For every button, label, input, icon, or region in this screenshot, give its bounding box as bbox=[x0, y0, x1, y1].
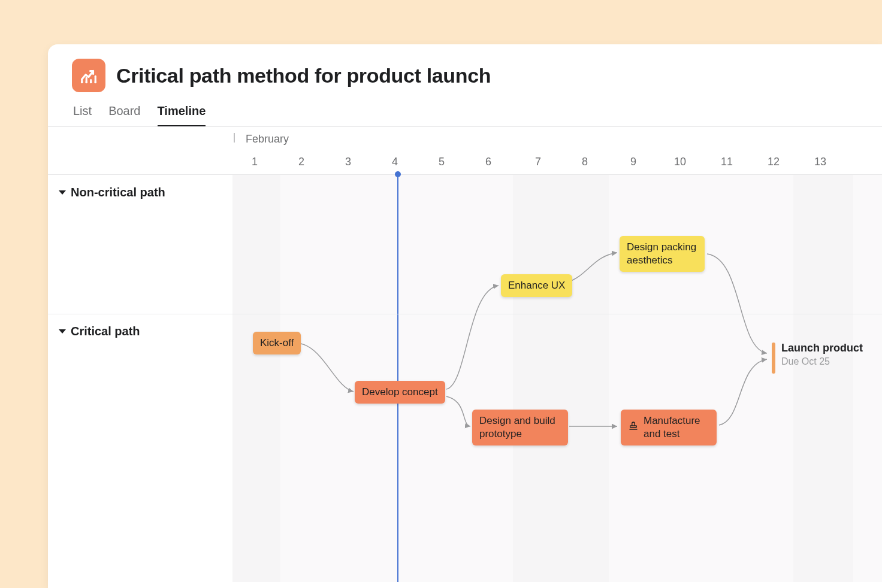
section-label: Non-critical path bbox=[71, 186, 165, 199]
weekend-shade bbox=[232, 175, 280, 582]
day-3[interactable]: 3 bbox=[345, 156, 351, 168]
day-7[interactable]: 7 bbox=[535, 156, 541, 168]
project-icon[interactable] bbox=[72, 59, 105, 92]
task-design-packing[interactable]: Design packing aesthetics bbox=[620, 236, 705, 272]
milestone-title: Launch product bbox=[781, 341, 863, 355]
project-card: Critical path method for product launch … bbox=[48, 44, 882, 588]
tab-board[interactable]: Board bbox=[108, 104, 140, 126]
title-row: Critical path method for product launch bbox=[72, 59, 858, 92]
task-label: Manufacture and test bbox=[644, 414, 709, 441]
section-non-critical[interactable]: Non-critical path bbox=[48, 186, 882, 199]
milestone-launch[interactable]: Launch product Due Oct 25 bbox=[772, 341, 863, 374]
caret-down-icon bbox=[59, 329, 66, 334]
view-tabs: List Board Timeline bbox=[72, 104, 858, 126]
stamp-icon bbox=[628, 420, 639, 435]
section-critical[interactable]: Critical path bbox=[48, 325, 882, 338]
milestone-bar bbox=[772, 343, 775, 374]
task-kickoff[interactable]: Kick-off bbox=[253, 332, 301, 354]
today-marker-line bbox=[397, 175, 398, 582]
day-12[interactable]: 12 bbox=[768, 156, 780, 168]
tab-list[interactable]: List bbox=[73, 104, 92, 126]
day-11[interactable]: 11 bbox=[721, 156, 733, 168]
day-4[interactable]: 4 bbox=[392, 156, 398, 168]
task-label: Design packing aesthetics bbox=[627, 241, 697, 267]
task-enhance-ux[interactable]: Enhance UX bbox=[501, 274, 572, 297]
section-divider bbox=[48, 314, 882, 314]
weekend-shade bbox=[793, 175, 853, 582]
day-13[interactable]: 13 bbox=[814, 156, 826, 168]
day-9[interactable]: 9 bbox=[630, 156, 636, 168]
month-tick bbox=[234, 133, 235, 143]
month-label: February bbox=[246, 133, 289, 146]
milestone-due: Due Oct 25 bbox=[781, 356, 863, 367]
timeline-header: February 1 2 3 4 5 6 7 8 9 10 11 12 13 bbox=[48, 127, 882, 175]
task-develop-concept[interactable]: Develop concept bbox=[355, 381, 445, 404]
task-manufacture-test[interactable]: Manufacture and test bbox=[621, 410, 717, 445]
weekend-shade bbox=[513, 175, 609, 582]
milestone-text: Launch product Due Oct 25 bbox=[781, 341, 863, 367]
day-10[interactable]: 10 bbox=[674, 156, 686, 168]
task-label: Design and build prototype bbox=[479, 414, 561, 441]
day-1[interactable]: 1 bbox=[252, 156, 258, 168]
task-design-prototype[interactable]: Design and build prototype bbox=[472, 410, 568, 445]
day-5[interactable]: 5 bbox=[439, 156, 445, 168]
today-marker-dot bbox=[395, 171, 401, 177]
svg-rect-4 bbox=[630, 426, 637, 428]
task-label: Enhance UX bbox=[508, 279, 565, 292]
caret-down-icon bbox=[59, 190, 66, 195]
page-title: Critical path method for product launch bbox=[116, 64, 491, 87]
day-8[interactable]: 8 bbox=[582, 156, 588, 168]
header: Critical path method for product launch … bbox=[48, 44, 882, 126]
task-label: Develop concept bbox=[362, 386, 438, 399]
day-2[interactable]: 2 bbox=[298, 156, 304, 168]
chart-up-icon bbox=[80, 66, 98, 84]
tab-timeline[interactable]: Timeline bbox=[158, 104, 206, 126]
timeline-body[interactable]: Non-critical path Critical path Kick-off bbox=[48, 175, 882, 582]
section-label: Critical path bbox=[71, 325, 140, 338]
task-label: Kick-off bbox=[260, 337, 294, 350]
day-6[interactable]: 6 bbox=[485, 156, 491, 168]
